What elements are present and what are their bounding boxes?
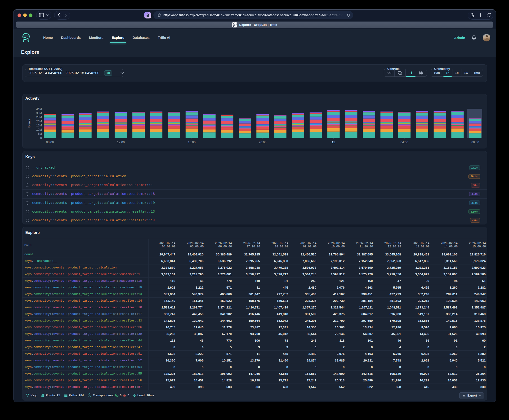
svg-text:20:00: 20:00 xyxy=(259,140,267,144)
svg-text:08:00: 08:00 xyxy=(471,140,479,144)
svg-text:Events: Events xyxy=(28,119,31,128)
svg-text:30M: 30M xyxy=(36,112,42,115)
svg-text:16:00: 16:00 xyxy=(188,140,196,144)
svg-text:20M: 20M xyxy=(36,120,42,123)
svg-text:0: 0 xyxy=(40,136,42,140)
svg-text:12:00: 12:00 xyxy=(117,140,125,144)
svg-text:04:00: 04:00 xyxy=(401,140,408,144)
svg-text:35M: 35M xyxy=(36,107,42,111)
svg-text:10M: 10M xyxy=(36,128,42,131)
svg-text:08:00: 08:00 xyxy=(46,140,54,144)
svg-text:25M: 25M xyxy=(36,116,42,119)
svg-text:15M: 15M xyxy=(36,124,42,127)
svg-text:15: 15 xyxy=(332,140,335,144)
svg-text:5M: 5M xyxy=(38,132,42,135)
